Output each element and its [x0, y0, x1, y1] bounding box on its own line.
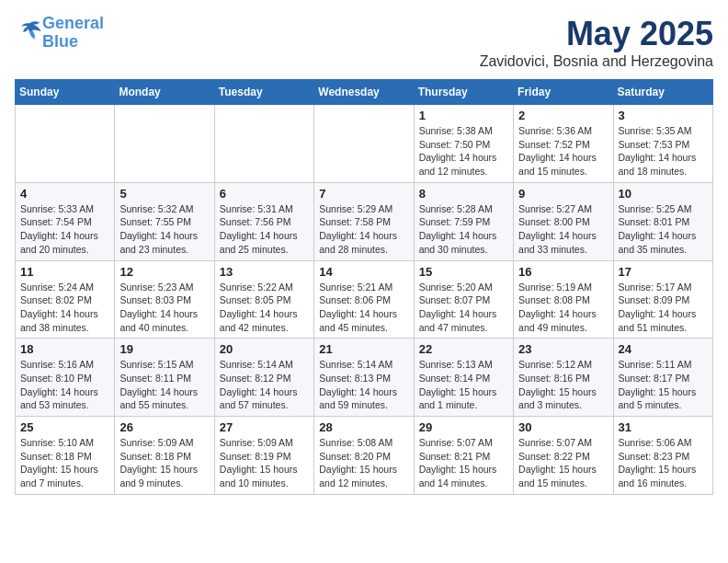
weekday-header-saturday: Saturday — [613, 80, 712, 105]
calendar-cell: 30Sunrise: 5:07 AM Sunset: 8:22 PM Dayli… — [514, 417, 613, 495]
weekday-header-wednesday: Wednesday — [314, 80, 414, 105]
calendar-cell: 15Sunrise: 5:20 AM Sunset: 8:07 PM Dayli… — [414, 260, 513, 339]
calendar-cell: 16Sunrise: 5:19 AM Sunset: 8:08 PM Dayli… — [514, 260, 613, 339]
day-number: 10 — [619, 187, 708, 201]
day-number: 13 — [220, 265, 309, 279]
day-info: Sunrise: 5:38 AM Sunset: 7:50 PM Dayligh… — [419, 124, 508, 178]
calendar-cell: 9Sunrise: 5:27 AM Sunset: 8:00 PM Daylig… — [514, 182, 613, 260]
day-number: 5 — [119, 187, 209, 201]
calendar-cell: 31Sunrise: 5:06 AM Sunset: 8:23 PM Dayli… — [613, 417, 712, 495]
calendar-week-5: 25Sunrise: 5:10 AM Sunset: 8:18 PM Dayli… — [16, 417, 713, 495]
logo-bird-icon — [17, 18, 42, 44]
day-info: Sunrise: 5:36 AM Sunset: 7:52 PM Dayligh… — [518, 124, 608, 178]
day-info: Sunrise: 5:17 AM Sunset: 8:09 PM Dayligh… — [619, 281, 708, 335]
day-info: Sunrise: 5:15 AM Sunset: 8:11 PM Dayligh… — [119, 358, 209, 412]
day-number: 19 — [119, 342, 209, 356]
day-info: Sunrise: 5:21 AM Sunset: 8:06 PM Dayligh… — [319, 281, 408, 335]
logo-text: General Blue — [42, 15, 104, 52]
calendar-cell: 11Sunrise: 5:24 AM Sunset: 8:02 PM Dayli… — [16, 260, 115, 339]
calendar-cell — [16, 105, 115, 183]
calendar-cell: 2Sunrise: 5:36 AM Sunset: 7:52 PM Daylig… — [514, 105, 613, 183]
day-number: 3 — [619, 109, 708, 122]
calendar-cell: 6Sunrise: 5:31 AM Sunset: 7:56 PM Daylig… — [214, 182, 313, 260]
day-number: 23 — [518, 342, 608, 356]
day-info: Sunrise: 5:22 AM Sunset: 8:05 PM Dayligh… — [220, 281, 309, 335]
day-number: 9 — [518, 187, 608, 201]
day-number: 22 — [419, 342, 508, 356]
calendar-cell — [214, 105, 313, 183]
day-info: Sunrise: 5:19 AM Sunset: 8:08 PM Dayligh… — [518, 281, 608, 335]
calendar-cell: 4Sunrise: 5:33 AM Sunset: 7:54 PM Daylig… — [16, 182, 115, 260]
day-info: Sunrise: 5:14 AM Sunset: 8:12 PM Dayligh… — [220, 358, 309, 412]
day-number: 7 — [319, 187, 408, 201]
month-title: May 2025 — [480, 15, 713, 53]
weekday-header-thursday: Thursday — [414, 80, 513, 105]
day-info: Sunrise: 5:12 AM Sunset: 8:16 PM Dayligh… — [518, 358, 608, 412]
calendar-cell — [115, 105, 214, 183]
day-info: Sunrise: 5:33 AM Sunset: 7:54 PM Dayligh… — [20, 202, 109, 257]
calendar-cell: 24Sunrise: 5:11 AM Sunset: 8:17 PM Dayli… — [613, 339, 712, 417]
calendar-cell: 17Sunrise: 5:17 AM Sunset: 8:09 PM Dayli… — [613, 260, 712, 339]
calendar-cell: 1Sunrise: 5:38 AM Sunset: 7:50 PM Daylig… — [414, 105, 513, 183]
day-number: 12 — [119, 265, 209, 279]
calendar-cell: 12Sunrise: 5:23 AM Sunset: 8:03 PM Dayli… — [115, 260, 214, 339]
calendar-cell: 3Sunrise: 5:35 AM Sunset: 7:53 PM Daylig… — [613, 105, 712, 183]
day-info: Sunrise: 5:29 AM Sunset: 7:58 PM Dayligh… — [319, 202, 408, 257]
calendar-cell: 27Sunrise: 5:09 AM Sunset: 8:19 PM Dayli… — [214, 417, 313, 495]
day-number: 8 — [419, 187, 508, 201]
day-info: Sunrise: 5:20 AM Sunset: 8:07 PM Dayligh… — [419, 281, 508, 335]
day-number: 27 — [220, 420, 309, 434]
calendar-cell: 8Sunrise: 5:28 AM Sunset: 7:59 PM Daylig… — [414, 182, 513, 260]
day-info: Sunrise: 5:31 AM Sunset: 7:56 PM Dayligh… — [220, 202, 309, 257]
day-number: 15 — [419, 265, 508, 279]
day-info: Sunrise: 5:25 AM Sunset: 8:01 PM Dayligh… — [619, 202, 708, 257]
weekday-header-tuesday: Tuesday — [214, 80, 313, 105]
calendar-cell: 7Sunrise: 5:29 AM Sunset: 7:58 PM Daylig… — [314, 182, 414, 260]
day-info: Sunrise: 5:32 AM Sunset: 7:55 PM Dayligh… — [119, 202, 209, 257]
day-number: 20 — [220, 342, 309, 356]
calendar-cell: 23Sunrise: 5:12 AM Sunset: 8:16 PM Dayli… — [514, 339, 613, 417]
day-info: Sunrise: 5:07 AM Sunset: 8:21 PM Dayligh… — [419, 436, 508, 490]
weekday-header-friday: Friday — [514, 80, 613, 105]
day-info: Sunrise: 5:06 AM Sunset: 8:23 PM Dayligh… — [619, 436, 708, 490]
calendar-cell: 10Sunrise: 5:25 AM Sunset: 8:01 PM Dayli… — [613, 182, 712, 260]
day-info: Sunrise: 5:09 AM Sunset: 8:19 PM Dayligh… — [220, 436, 309, 490]
day-number: 16 — [518, 265, 608, 279]
day-info: Sunrise: 5:27 AM Sunset: 8:00 PM Dayligh… — [518, 202, 608, 257]
calendar-cell: 21Sunrise: 5:14 AM Sunset: 8:13 PM Dayli… — [314, 339, 414, 417]
day-info: Sunrise: 5:35 AM Sunset: 7:53 PM Dayligh… — [619, 124, 708, 178]
weekday-header-monday: Monday — [115, 80, 214, 105]
calendar-cell: 20Sunrise: 5:14 AM Sunset: 8:12 PM Dayli… — [214, 339, 313, 417]
calendar-cell: 14Sunrise: 5:21 AM Sunset: 8:06 PM Dayli… — [314, 260, 414, 339]
day-number: 4 — [20, 187, 109, 201]
calendar-cell: 29Sunrise: 5:07 AM Sunset: 8:21 PM Dayli… — [414, 417, 513, 495]
day-info: Sunrise: 5:07 AM Sunset: 8:22 PM Dayligh… — [518, 436, 608, 490]
day-number: 21 — [319, 342, 408, 356]
day-info: Sunrise: 5:28 AM Sunset: 7:59 PM Dayligh… — [419, 202, 508, 257]
day-number: 24 — [619, 342, 708, 356]
calendar-cell: 28Sunrise: 5:08 AM Sunset: 8:20 PM Dayli… — [314, 417, 414, 495]
day-number: 28 — [319, 420, 408, 434]
calendar-cell — [314, 105, 414, 183]
day-info: Sunrise: 5:14 AM Sunset: 8:13 PM Dayligh… — [319, 358, 408, 412]
calendar-week-4: 18Sunrise: 5:16 AM Sunset: 8:10 PM Dayli… — [16, 339, 713, 417]
calendar-week-3: 11Sunrise: 5:24 AM Sunset: 8:02 PM Dayli… — [16, 260, 713, 339]
calendar-cell: 13Sunrise: 5:22 AM Sunset: 8:05 PM Dayli… — [214, 260, 313, 339]
calendar-week-2: 4Sunrise: 5:33 AM Sunset: 7:54 PM Daylig… — [16, 182, 713, 260]
calendar-cell: 18Sunrise: 5:16 AM Sunset: 8:10 PM Dayli… — [16, 339, 115, 417]
calendar-table: SundayMondayTuesdayWednesdayThursdayFrid… — [15, 79, 713, 495]
day-number: 26 — [119, 420, 209, 434]
day-info: Sunrise: 5:24 AM Sunset: 8:02 PM Dayligh… — [20, 281, 109, 335]
calendar-week-1: 1Sunrise: 5:38 AM Sunset: 7:50 PM Daylig… — [16, 105, 713, 183]
day-info: Sunrise: 5:13 AM Sunset: 8:14 PM Dayligh… — [419, 358, 508, 412]
day-number: 29 — [419, 420, 508, 434]
day-info: Sunrise: 5:23 AM Sunset: 8:03 PM Dayligh… — [119, 281, 209, 335]
day-number: 18 — [20, 342, 109, 356]
location-title: Zavidovici, Bosnia and Herzegovina — [480, 53, 713, 70]
day-number: 2 — [518, 109, 608, 122]
calendar-cell: 22Sunrise: 5:13 AM Sunset: 8:14 PM Dayli… — [414, 339, 513, 417]
title-block: May 2025 Zavidovici, Bosnia and Herzegov… — [480, 15, 713, 70]
day-number: 17 — [619, 265, 708, 279]
day-number: 1 — [419, 109, 508, 122]
calendar-cell: 25Sunrise: 5:10 AM Sunset: 8:18 PM Dayli… — [16, 417, 115, 495]
